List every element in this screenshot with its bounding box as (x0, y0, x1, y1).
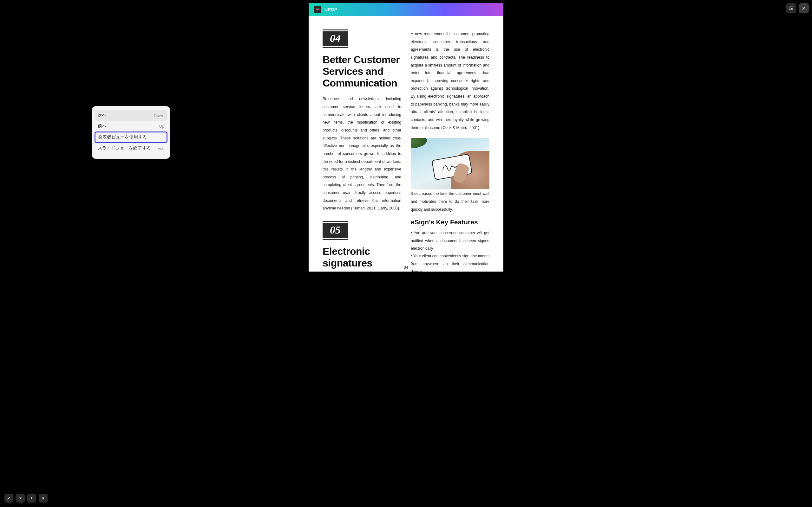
chevron-down-filled-icon (18, 496, 22, 500)
pip-icon (789, 6, 794, 11)
section-number-04: 04 (322, 30, 348, 48)
options-button[interactable] (16, 494, 25, 503)
chevron-left-icon (30, 496, 34, 500)
menu-item-prev[interactable]: 前へ Up (95, 121, 167, 131)
pen-button[interactable] (4, 494, 13, 503)
menu-item-label: 次へ (98, 112, 107, 118)
page-header: UPDF (309, 3, 503, 16)
esign-features-heading: eSign's Key Features (411, 218, 490, 226)
photo-esignature (411, 138, 490, 189)
menu-item-shortcut: Down (154, 113, 164, 118)
section-title-05: Electronic signatures (322, 245, 401, 269)
prev-button[interactable] (27, 494, 36, 503)
pen-icon (7, 496, 11, 500)
section-title-04: Better Customer Services and Communicati… (322, 54, 401, 89)
menu-item-label: 前へ (98, 123, 107, 129)
section-body-05-after: It decreases the time the customer must … (411, 190, 490, 213)
page-number: 04 (404, 265, 408, 270)
section-body-05-top: A new requirement for customers promotin… (411, 30, 490, 131)
document-page: UPDF 04 Better Customer Services and Com… (309, 3, 503, 272)
next-button[interactable] (39, 494, 48, 503)
chevron-right-icon (41, 496, 45, 500)
feature-bullet-2: • Your client can conveniently sign docu… (411, 252, 490, 272)
menu-item-label: スライドショーを終了する (98, 146, 151, 151)
pip-button[interactable] (786, 3, 796, 13)
context-menu: 次へ Down 前へ Up 発表者ビューを使用する スライドショーを終了する E… (92, 106, 170, 159)
brand-logo (314, 6, 321, 13)
menu-item-next[interactable]: 次へ Down (95, 110, 167, 121)
updf-logo-icon (315, 7, 320, 12)
close-button[interactable] (799, 3, 809, 13)
menu-item-end-slideshow[interactable]: スライドショーを終了する Esc (95, 143, 167, 154)
menu-item-shortcut: Esc (157, 146, 164, 151)
section-number-05: 05 (322, 221, 348, 240)
brand-name: UPDF (324, 7, 337, 12)
close-icon (801, 6, 806, 11)
section-body-04: Brochures and newsletters, including cus… (322, 95, 401, 212)
feature-bullet-1: • You and your concerned customer will g… (411, 229, 490, 252)
menu-item-label: 発表者ビューを使用する (98, 134, 147, 140)
menu-item-shortcut: Up (159, 124, 164, 129)
menu-item-presenter-view[interactable]: 発表者ビューを使用する (95, 131, 167, 143)
svg-rect-1 (791, 8, 793, 9)
